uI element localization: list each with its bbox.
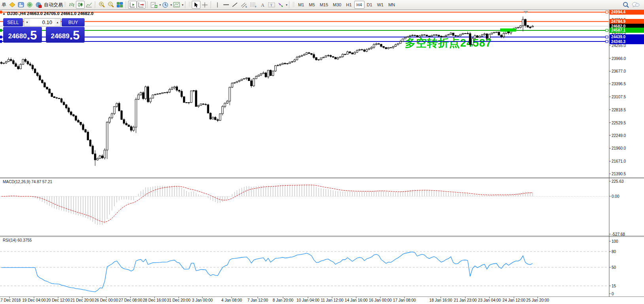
candle-body xyxy=(104,150,106,158)
candle-body xyxy=(164,92,166,93)
chart-window-icon[interactable] xyxy=(17,1,25,9)
chart-shift-icon[interactable] xyxy=(137,1,145,9)
candle-body xyxy=(274,66,276,71)
candle-body xyxy=(380,44,382,46)
auto-scroll-icon[interactable] xyxy=(128,1,137,9)
candle-body xyxy=(188,103,190,103)
line-handle[interactable] xyxy=(606,36,608,38)
arrows-dropdown-caret[interactable]: ▾ xyxy=(286,3,287,7)
candle-body xyxy=(315,58,317,60)
new-order-icon[interactable] xyxy=(8,1,17,9)
candle-body xyxy=(400,41,401,43)
candle-body xyxy=(419,36,420,37)
candle-body xyxy=(65,105,67,108)
zoom-in-icon[interactable] xyxy=(97,1,106,9)
candle-body xyxy=(49,89,50,93)
candle-body xyxy=(34,69,36,73)
green-rectangle-object[interactable] xyxy=(500,28,516,32)
sell-price-button[interactable]: 24680 .5 xyxy=(3,27,42,43)
candle-body xyxy=(258,75,259,76)
equidistant-channel-icon[interactable]: E xyxy=(239,1,249,9)
candle-body xyxy=(527,25,529,27)
candle-body xyxy=(99,156,101,158)
text-icon[interactable]: A xyxy=(258,1,267,9)
line-handle[interactable] xyxy=(0,11,2,13)
volume-spinner[interactable]: ▼ 0.10 ▲ xyxy=(24,18,61,26)
candle-body xyxy=(455,36,456,36)
horizontal-line-icon[interactable] xyxy=(222,1,230,9)
sell-button[interactable]: SELL xyxy=(3,18,23,26)
timeframe-d1[interactable]: D1 xyxy=(364,1,375,9)
candle-body xyxy=(479,36,480,38)
candle-body xyxy=(529,27,531,28)
candle-body xyxy=(395,45,396,46)
candle-body xyxy=(294,60,295,62)
candle-body xyxy=(207,105,209,113)
volume-down-icon[interactable]: ▼ xyxy=(24,19,30,26)
candle-body xyxy=(39,75,41,80)
candle-body xyxy=(212,117,213,119)
indicators-icon[interactable] xyxy=(149,1,159,9)
timeframe-m1[interactable]: M1 xyxy=(296,1,306,9)
timeframe-h4[interactable]: H4 xyxy=(354,1,364,9)
line-handle[interactable] xyxy=(606,40,608,43)
crosshair-icon[interactable] xyxy=(200,1,209,9)
candle-body xyxy=(53,97,55,98)
line-handle[interactable] xyxy=(0,40,2,43)
line-handle[interactable] xyxy=(0,36,2,38)
candle-body xyxy=(270,70,271,76)
timeframe-h1[interactable]: H1 xyxy=(344,1,354,9)
bar-chart-icon[interactable] xyxy=(67,1,76,9)
timeframe-m15[interactable]: M15 xyxy=(317,1,330,9)
line-handle[interactable] xyxy=(606,11,608,13)
line-handle[interactable] xyxy=(606,29,608,32)
candle-body xyxy=(27,62,28,64)
tile-windows-icon[interactable] xyxy=(115,1,124,9)
timeframe-m30[interactable]: M30 xyxy=(330,1,344,9)
candle-body xyxy=(390,47,391,48)
volume-value[interactable]: 0.10 xyxy=(30,19,55,25)
candle-body xyxy=(142,93,144,99)
candle-body xyxy=(191,91,192,103)
buy-price-button[interactable]: 24689 .5 xyxy=(46,27,85,43)
candle-body xyxy=(272,71,274,75)
autotrading-icon[interactable] xyxy=(34,1,43,9)
collapse-triangle-icon[interactable]: ▲ xyxy=(2,12,6,15)
arrows-icon[interactable] xyxy=(276,1,285,9)
templates-icon[interactable] xyxy=(172,1,181,9)
candle-body xyxy=(392,47,394,48)
text-label-icon[interactable]: T xyxy=(267,1,276,9)
zoom-out-icon[interactable] xyxy=(106,1,115,9)
menu-char[interactable]: 单 xyxy=(1,2,8,8)
timeframe-m5[interactable]: M5 xyxy=(306,1,317,9)
candle-body xyxy=(75,116,77,120)
volume-up-icon[interactable]: ▲ xyxy=(55,19,60,26)
toolbar-separator xyxy=(289,1,290,8)
market-watch-icon[interactable] xyxy=(25,1,34,9)
trendline-icon[interactable] xyxy=(230,1,239,9)
autotrading-label[interactable]: 自动交易 xyxy=(44,2,63,8)
candlestick-chart-icon[interactable] xyxy=(76,1,85,9)
candle-body xyxy=(149,98,151,102)
chart-canvas[interactable] xyxy=(0,10,644,304)
timeframe-mn[interactable]: MN xyxy=(386,1,397,9)
line-chart-icon[interactable] xyxy=(85,1,93,9)
timeframe-w1[interactable]: W1 xyxy=(375,1,386,9)
templates-dropdown-caret[interactable]: ▾ xyxy=(182,3,183,7)
periods-icon[interactable] xyxy=(161,1,170,9)
candle-body xyxy=(378,44,380,44)
candle-body xyxy=(29,64,31,65)
fibonacci-icon[interactable]: F xyxy=(249,1,258,9)
line-handle[interactable] xyxy=(0,29,2,32)
candle-body xyxy=(152,95,153,98)
candle-body xyxy=(476,36,478,38)
cursor-icon[interactable] xyxy=(192,1,200,9)
candle-body xyxy=(94,154,96,160)
candle-body xyxy=(421,35,423,36)
candle-body xyxy=(253,79,255,86)
buy-button[interactable]: BUY xyxy=(62,18,85,26)
chat-icon[interactable] xyxy=(631,1,641,9)
search-icon[interactable] xyxy=(621,1,631,9)
vertical-line-icon[interactable] xyxy=(213,1,222,9)
candle-body xyxy=(140,93,142,95)
